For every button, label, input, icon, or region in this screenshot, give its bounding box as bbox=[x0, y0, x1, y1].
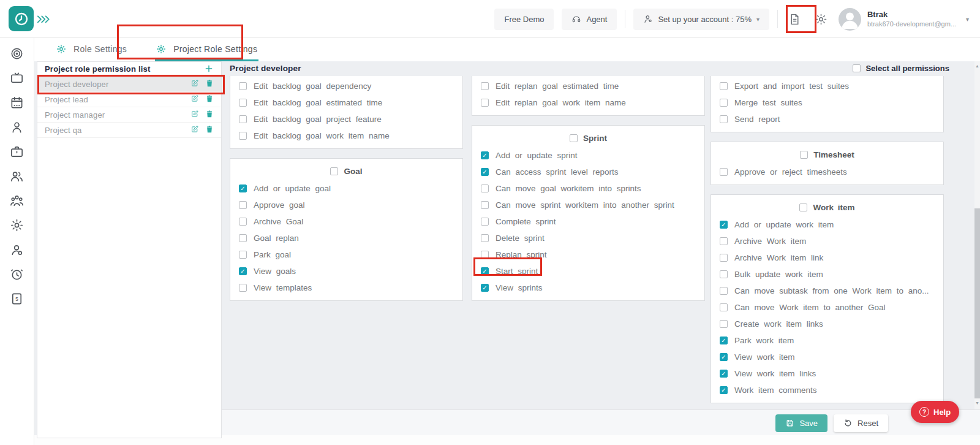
permission-checkbox[interactable]: ✓ bbox=[720, 353, 728, 361]
permission-checkbox[interactable] bbox=[239, 99, 247, 107]
permission-row[interactable]: Complete sprint bbox=[472, 213, 704, 230]
save-button[interactable]: Save bbox=[775, 414, 827, 432]
permission-row[interactable]: Edit backlog goal work item name bbox=[230, 127, 462, 144]
permission-row[interactable]: Bulk update work item bbox=[711, 266, 943, 283]
permission-checkbox[interactable] bbox=[481, 251, 489, 259]
select-all-checkbox[interactable] bbox=[853, 64, 861, 72]
edit-icon[interactable] bbox=[190, 125, 199, 135]
person-icon[interactable] bbox=[10, 120, 24, 134]
permission-checkbox[interactable] bbox=[720, 287, 728, 295]
permission-row[interactable]: ✓Can access sprint level reports bbox=[472, 164, 704, 180]
permission-checkbox[interactable]: ✓ bbox=[481, 284, 489, 292]
group-checkbox[interactable] bbox=[800, 151, 808, 159]
timer-icon[interactable] bbox=[10, 267, 24, 281]
permission-checkbox[interactable] bbox=[239, 115, 247, 123]
permission-row[interactable]: Approve or reject timesheets bbox=[711, 164, 943, 180]
board-icon[interactable] bbox=[10, 71, 24, 85]
permission-row[interactable]: Create work item links bbox=[711, 316, 943, 332]
permission-row[interactable]: ✓View work item bbox=[711, 349, 943, 365]
permission-checkbox[interactable] bbox=[481, 201, 489, 209]
permission-checkbox[interactable] bbox=[720, 99, 728, 107]
edit-icon[interactable] bbox=[190, 110, 199, 120]
tab-role-settings[interactable]: Role Settings bbox=[55, 38, 128, 61]
permission-checkbox[interactable] bbox=[481, 234, 489, 242]
permission-row[interactable]: Can move Work item to another Goal bbox=[711, 299, 943, 316]
permission-checkbox[interactable]: ✓ bbox=[720, 386, 728, 394]
user-menu[interactable]: Btrak btrak670-development@gm... ▾ bbox=[839, 8, 969, 31]
permission-row[interactable]: ✓Start sprint bbox=[472, 263, 704, 280]
permission-row[interactable]: Edit backlog goal dependency bbox=[230, 78, 462, 94]
help-button[interactable]: ? Help bbox=[911, 401, 959, 423]
permission-row[interactable]: Merge test suites bbox=[711, 94, 943, 111]
trash-icon[interactable] bbox=[205, 79, 214, 89]
add-role-button[interactable] bbox=[204, 64, 214, 74]
role-list-item[interactable]: Project manager bbox=[37, 107, 221, 123]
permission-row[interactable]: ✓Add or update sprint bbox=[472, 147, 704, 164]
role-list-item[interactable]: Project lead bbox=[37, 92, 221, 107]
briefcase-icon[interactable] bbox=[10, 145, 24, 159]
permission-checkbox[interactable] bbox=[239, 132, 247, 140]
permission-checkbox[interactable]: ✓ bbox=[720, 221, 728, 229]
permission-checkbox[interactable] bbox=[239, 284, 247, 292]
permission-row[interactable]: ✓View work item links bbox=[711, 365, 943, 382]
permission-checkbox[interactable] bbox=[481, 99, 489, 107]
app-logo-clock-icon[interactable] bbox=[9, 6, 34, 31]
calendar-icon[interactable] bbox=[10, 96, 24, 110]
permission-row[interactable]: Replan sprint bbox=[472, 246, 704, 263]
scrollbar-thumb[interactable] bbox=[974, 208, 980, 398]
trash-icon[interactable] bbox=[205, 125, 214, 135]
permission-row[interactable]: ✓View sprints bbox=[472, 280, 704, 296]
permission-checkbox[interactable] bbox=[239, 201, 247, 209]
permission-row[interactable]: Park goal bbox=[230, 246, 462, 263]
team-icon[interactable] bbox=[10, 194, 24, 208]
permission-row[interactable]: Export and import test suites bbox=[711, 78, 943, 94]
permission-checkbox[interactable] bbox=[720, 320, 728, 328]
free-demo-button[interactable]: Free Demo bbox=[494, 9, 554, 30]
permission-checkbox[interactable]: ✓ bbox=[481, 151, 489, 159]
tab-project-role-settings[interactable]: Project Role Settings bbox=[155, 38, 258, 61]
permission-checkbox[interactable]: ✓ bbox=[720, 337, 728, 344]
role-list-item[interactable]: Project qa bbox=[37, 123, 221, 138]
permission-row[interactable]: Send report bbox=[711, 111, 943, 127]
permission-checkbox[interactable] bbox=[481, 82, 489, 90]
permission-checkbox[interactable] bbox=[239, 82, 247, 90]
permission-row[interactable]: Archive Work item link bbox=[711, 249, 943, 266]
permission-checkbox[interactable] bbox=[720, 168, 728, 176]
permission-row[interactable]: ✓Work item comments bbox=[711, 382, 943, 398]
notes-icon[interactable]: 5 bbox=[10, 292, 24, 306]
permission-row[interactable]: Archive Goal bbox=[230, 213, 462, 230]
permission-row[interactable]: Edit replan goal work item name bbox=[472, 94, 704, 111]
settings-gear-icon[interactable] bbox=[10, 218, 24, 232]
group-checkbox[interactable] bbox=[330, 167, 338, 175]
permission-checkbox[interactable] bbox=[720, 254, 728, 262]
goal-target-icon[interactable] bbox=[10, 47, 24, 61]
permission-checkbox[interactable]: ✓ bbox=[239, 267, 247, 275]
permission-row[interactable]: Goal replan bbox=[230, 230, 462, 246]
people-icon[interactable] bbox=[10, 169, 24, 183]
permission-row[interactable]: Can move sprint workitem into another sp… bbox=[472, 197, 704, 213]
trash-icon[interactable] bbox=[205, 94, 214, 105]
permission-checkbox[interactable]: ✓ bbox=[481, 267, 489, 275]
document-icon[interactable] bbox=[786, 10, 804, 28]
permission-checkbox[interactable] bbox=[720, 270, 728, 278]
permission-checkbox[interactable] bbox=[720, 115, 728, 123]
permission-row[interactable]: ✓View goals bbox=[230, 263, 462, 280]
permission-row[interactable]: View templates bbox=[230, 280, 462, 296]
settings-gear-button[interactable] bbox=[812, 10, 831, 28]
permission-checkbox[interactable]: ✓ bbox=[720, 370, 728, 378]
select-all-permissions[interactable]: Select all permissions bbox=[853, 64, 949, 73]
permission-row[interactable]: ✓Add or update work item bbox=[711, 216, 943, 233]
setup-account-button[interactable]: Set up your account : 75% ▾ bbox=[633, 9, 769, 30]
permission-checkbox[interactable] bbox=[239, 251, 247, 259]
permission-row[interactable]: Edit backlog goal project feature bbox=[230, 111, 462, 127]
permission-checkbox[interactable] bbox=[481, 184, 489, 192]
group-checkbox[interactable] bbox=[799, 203, 807, 211]
chevron-down-icon[interactable]: ▾ bbox=[966, 16, 969, 23]
group-checkbox[interactable] bbox=[570, 134, 578, 142]
permission-row[interactable]: Can move subtask from one Work item to a… bbox=[711, 283, 943, 299]
permission-row[interactable]: ✓Add or update goal bbox=[230, 180, 462, 197]
permission-checkbox[interactable] bbox=[239, 218, 247, 226]
edit-icon[interactable] bbox=[190, 79, 199, 89]
expand-sidebar-icon[interactable] bbox=[37, 15, 50, 23]
agent-button[interactable]: Agent bbox=[562, 9, 617, 30]
